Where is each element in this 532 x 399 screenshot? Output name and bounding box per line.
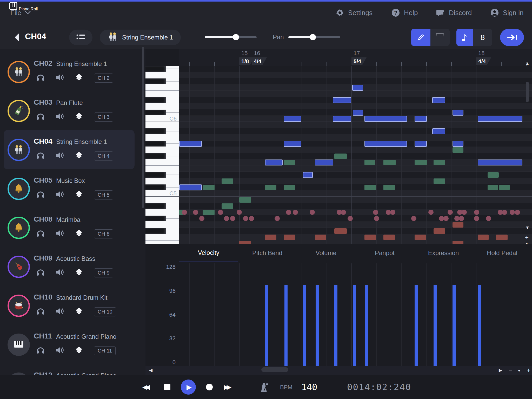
vertical-scrollbar-thumb[interactable] <box>526 82 529 102</box>
time-signature-chip[interactable]: 5/4 <box>351 57 362 65</box>
drum-note[interactable] <box>249 216 254 221</box>
drum-note[interactable] <box>286 210 291 215</box>
midi-note-selected-track[interactable] <box>179 184 202 190</box>
headphones-icon[interactable] <box>36 151 45 160</box>
headphones-icon[interactable] <box>36 190 45 199</box>
layers-icon[interactable] <box>75 73 83 83</box>
drum-note[interactable] <box>310 210 315 215</box>
pencil-tool-button[interactable] <box>411 29 430 46</box>
piano-key-black[interactable] <box>145 141 166 147</box>
speaker-icon[interactable] <box>56 229 64 238</box>
track-item-ch08[interactable]: CH08MarimbaCH 8 <box>0 210 145 247</box>
track-item-ch12[interactable]: CH12Acoustic Grand PianoCH 12 <box>0 366 145 375</box>
midi-note-selected-track[interactable] <box>352 85 363 91</box>
headphones-icon[interactable] <box>36 74 45 82</box>
midi-note-selected-track[interactable] <box>315 159 333 165</box>
zoom-in-vertical-icon[interactable]: + <box>525 234 529 241</box>
layers-icon[interactable] <box>75 346 83 355</box>
scroll-down-icon[interactable]: ▼ <box>525 225 530 230</box>
midi-note-other-track[interactable] <box>453 222 463 228</box>
time-signature-chip[interactable]: 4/4 <box>476 57 487 65</box>
midi-note-selected-track[interactable] <box>284 116 301 122</box>
controls-tab-pitch-bend[interactable]: Pitch Bend <box>238 244 297 262</box>
velocity-bar[interactable] <box>303 285 306 366</box>
drum-note[interactable] <box>275 216 280 221</box>
midi-note-other-track[interactable] <box>284 235 295 240</box>
midi-note-other-track[interactable] <box>383 185 395 190</box>
track-item-ch02[interactable]: CH02String Ensemble 1CH 2 <box>0 54 145 91</box>
midi-note-other-track[interactable] <box>488 185 498 190</box>
drum-note[interactable] <box>443 216 449 221</box>
midi-note-other-track[interactable] <box>334 228 347 234</box>
discord-button[interactable]: Discord <box>436 0 472 25</box>
midi-note-other-track[interactable] <box>383 235 395 240</box>
drum-note[interactable] <box>230 216 235 221</box>
drum-note[interactable] <box>341 210 346 215</box>
stop-button[interactable] <box>164 384 170 390</box>
midi-note-selected-track[interactable] <box>364 141 407 147</box>
midi-note-selected-track[interactable] <box>265 159 283 165</box>
track-item-ch03[interactable]: CH03Pan FluteCH 3 <box>0 93 145 130</box>
note-grid[interactable] <box>179 66 532 244</box>
track-list-toggle-button[interactable] <box>69 30 92 45</box>
volume-slider-thumb[interactable] <box>233 34 239 40</box>
scroll-left-icon[interactable]: ◀ <box>149 368 152 373</box>
speaker-icon[interactable] <box>56 190 64 199</box>
midi-note-selected-track[interactable] <box>478 159 522 165</box>
midi-note-other-track[interactable] <box>453 241 463 244</box>
midi-note-selected-track[interactable] <box>453 110 463 116</box>
midi-note-selected-track[interactable] <box>303 172 313 178</box>
controls-tab-velocity[interactable]: Velocity <box>179 244 238 262</box>
controls-tab-volume[interactable]: Volume <box>297 244 355 262</box>
track-item-ch04[interactable]: CH04String Ensemble 1CH 4 <box>0 132 145 169</box>
midi-note-other-track[interactable] <box>265 185 276 190</box>
midi-note-other-track[interactable] <box>203 185 215 190</box>
midi-note-other-track[interactable] <box>364 235 376 240</box>
horizontal-scrollbar[interactable]: ◀ ▶ − ● + <box>145 366 532 375</box>
zoom-in-horizontal-icon[interactable]: + <box>527 367 530 373</box>
layers-icon[interactable] <box>75 268 83 277</box>
zoom-reset-horizontal-icon[interactable]: ● <box>518 368 520 372</box>
midi-note-selected-track[interactable] <box>432 128 445 134</box>
piano-key-black[interactable] <box>145 110 166 115</box>
midi-note-selected-track[interactable] <box>364 116 407 122</box>
track-item-ch11[interactable]: CH11Acoustic Grand PianoCH 11 <box>0 327 145 364</box>
drum-note[interactable] <box>243 216 248 221</box>
midi-note-other-track[interactable] <box>364 160 375 165</box>
piano-key-black[interactable] <box>145 128 166 134</box>
midi-note-selected-track[interactable] <box>353 110 363 116</box>
layers-icon[interactable] <box>75 112 83 122</box>
piano-key-black[interactable] <box>145 97 166 103</box>
drum-note[interactable] <box>459 216 464 221</box>
instrument-selector[interactable]: String Ensemble 1 <box>100 30 181 45</box>
help-button[interactable]: ? Help <box>391 0 418 25</box>
midi-note-other-track[interactable] <box>284 185 295 190</box>
velocity-bar[interactable] <box>434 285 437 366</box>
drum-note[interactable] <box>218 210 223 215</box>
drum-note[interactable] <box>474 210 479 215</box>
midi-note-selected-track[interactable] <box>432 97 445 103</box>
midi-note-other-track[interactable] <box>499 185 510 190</box>
play-button[interactable]: ▶ <box>181 380 196 395</box>
midi-note-other-track[interactable] <box>315 235 326 240</box>
velocity-bar[interactable] <box>478 285 481 366</box>
midi-note-other-track[interactable] <box>488 172 499 178</box>
midi-note-other-track[interactable] <box>284 160 295 165</box>
speaker-icon[interactable] <box>56 307 64 316</box>
midi-note-other-track[interactable] <box>434 178 445 184</box>
piano-key-black[interactable] <box>145 172 166 178</box>
piano-key-black[interactable] <box>145 228 166 234</box>
midi-note-other-track[interactable] <box>415 160 427 165</box>
midi-note-selected-track[interactable] <box>453 141 463 147</box>
drum-note[interactable] <box>237 210 242 215</box>
midi-note-selected-track[interactable] <box>179 141 202 147</box>
note-quantize-button[interactable] <box>456 29 473 46</box>
pan-slider[interactable] <box>288 36 340 38</box>
autoscroll-button[interactable] <box>500 29 524 46</box>
drum-note[interactable] <box>448 210 453 215</box>
velocity-bar[interactable] <box>316 285 319 366</box>
drum-note[interactable] <box>373 210 378 215</box>
midi-note-selected-track[interactable] <box>333 116 351 122</box>
controls-tab-hold-pedal[interactable]: Hold Pedal <box>473 244 531 262</box>
velocity-bar[interactable] <box>453 285 456 366</box>
